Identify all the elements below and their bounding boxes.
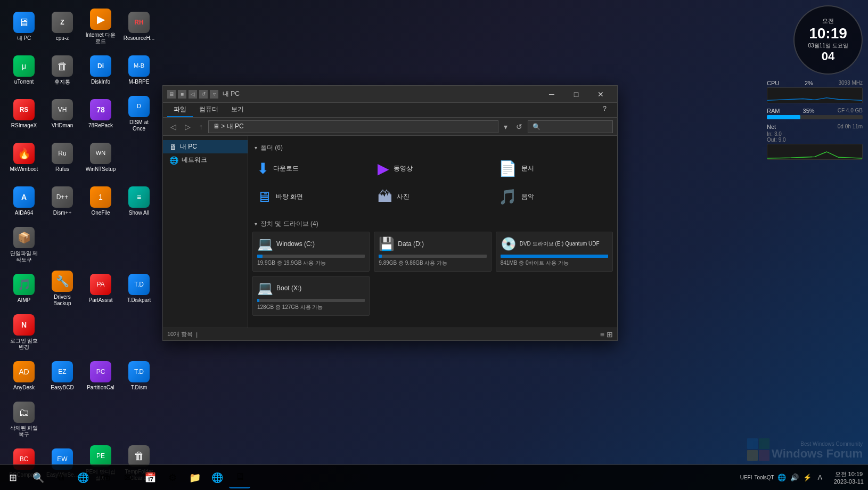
minimize-button[interactable]: ─ (539, 86, 564, 103)
taskbar-clock[interactable]: 오전 10:19 2023-03-11 (830, 470, 868, 485)
desktop-icon-dismpp[interactable]: D++ Dism++ (44, 180, 81, 223)
view-toggle-grid[interactable]: ⊞ (607, 330, 613, 339)
tray-keyboard[interactable]: A (815, 472, 825, 483)
view-toggle-list[interactable]: ≡ (600, 330, 604, 339)
ram-row: RAM 35% CF 4.0 GB (767, 108, 863, 119)
folder-video[interactable]: ▶ 동영상 (373, 156, 492, 182)
drive-x-header: 💻 Boot (X:) (257, 281, 365, 296)
drive-d[interactable]: 💾 Data (D:) 9.89GB 중 9.86GB 사용 가능 (374, 232, 491, 272)
nav-forward[interactable]: ▷ (182, 121, 194, 132)
loginpw-label: 로그인 암호 변경 (7, 338, 40, 350)
taskbar-settings[interactable]: ⚙ (162, 467, 183, 488)
desktop-icon-utorrent[interactable]: μ uTorrent (5, 49, 43, 92)
desktop-icon-easybcd[interactable]: EZ EasyBCD (44, 355, 81, 397)
nav-up[interactable]: ↑ (196, 121, 206, 132)
desktop-icon-78repack[interactable]: 78 78RePack (82, 93, 119, 135)
drive-d-icon: 💾 (379, 236, 395, 251)
desktop-icon-loginpw[interactable]: N 로그인 암호 변경 (5, 311, 43, 354)
nav-back[interactable]: ◁ (167, 121, 179, 132)
desktop-icon-dism[interactable]: D DISM at Once (120, 93, 158, 135)
sidebar-item-network[interactable]: 🌐 네트워크 (163, 153, 248, 167)
taskbar-search[interactable]: 🔍 (28, 467, 49, 488)
desktop-icon-driversbackup[interactable]: 🔧 Drivers Backup (44, 267, 81, 310)
desktop-icon-anydesk[interactable]: AD AnyDesk (5, 355, 43, 397)
desktop-icon-partitioncal[interactable]: PC PartitionCal (82, 355, 119, 397)
start-button[interactable]: ⊞ (0, 465, 26, 491)
taskbar-store[interactable]: 🛍 (95, 467, 116, 488)
cpuz-icon: Z (52, 12, 73, 33)
ribbon-tab-view[interactable]: 보기 (225, 103, 250, 117)
tile-3 (747, 450, 758, 461)
drives-header-text: 장치 및 드라이브 (4) (260, 219, 318, 228)
desktop-icon-showall[interactable]: ≡ Show All (120, 180, 158, 223)
desktop-icon-internet[interactable]: ▶ Internet 다운로드 (82, 5, 119, 48)
taskbar-mail[interactable]: ✉ (117, 467, 138, 488)
78repack-label: 78RePack (88, 123, 113, 129)
folder-photos[interactable]: 🏔 사진 (373, 184, 492, 210)
file-explorer-title: 내 PC (223, 89, 539, 99)
ribbon-tab-file[interactable]: 파일 (167, 103, 193, 117)
folder-desktop[interactable]: 🖥 바탕 화면 (252, 184, 371, 210)
nav-dropdown[interactable]: ▾ (501, 121, 511, 132)
ram-bar (767, 115, 800, 119)
taskbar-chrome[interactable]: 🌐 (207, 467, 228, 488)
ribbon: 파일 컴퓨터 보기 ? (163, 103, 617, 118)
taskbar-fileexplorer[interactable]: 📁 (184, 467, 206, 488)
desktop-icon-onefile[interactable]: 1 OneFile (82, 180, 119, 223)
nav-refresh[interactable]: ↺ (513, 121, 526, 132)
sidebar-network-label: 네트워크 (182, 156, 207, 165)
drive-e-header: 💿 DVD 드라이브 (E:) Quantum UDF (501, 236, 608, 251)
ribbon-tab-computer[interactable]: 컴퓨터 (193, 103, 225, 117)
desktop-icon-rufus[interactable]: Ru Rufus (44, 136, 81, 179)
ribbon-tabs: 파일 컴퓨터 보기 ? (163, 103, 617, 117)
drive-x[interactable]: 💻 Boot (X:) 128GB 중 127GB 사용 가능 (252, 276, 370, 316)
desktop-icon-rsimagex[interactable]: RS RSImageX (5, 93, 43, 135)
desktop-icon-tdiskpart[interactable]: T.D T.Diskpart (120, 267, 158, 310)
tile-4 (759, 450, 769, 461)
drive-c[interactable]: 💻 Windows (C:) 19.9GB 중 19.9GB 사용 가능 (252, 232, 370, 272)
address-bar[interactable]: 🖥 > 내 PC (208, 120, 498, 133)
desktop-icon-tdism[interactable]: T.D T.Dism (120, 355, 158, 397)
tray-volume[interactable]: 🔊 (789, 472, 800, 483)
partassist-label: PartAssist (88, 297, 112, 304)
desktop-icon-mbrpe[interactable]: M-B M-BRPE (120, 49, 158, 92)
desktop-icon-partassist[interactable]: PA PartAssist (82, 267, 119, 310)
dism-label: DISM at Once (122, 119, 155, 132)
desktop-icon-mkwimboot[interactable]: 🔥 MkWimboot (5, 136, 43, 179)
desktop-icon-danilpail[interactable]: 📦 단일파일 제작도구 (5, 224, 43, 266)
maximize-button[interactable]: □ (564, 86, 588, 103)
desktop-icon-cpuz[interactable]: Z cpu-z (44, 5, 81, 48)
taskbar-active-fe[interactable]: 🖥 (229, 467, 250, 488)
drive-e[interactable]: 💿 DVD 드라이브 (E:) Quantum UDF 841MB 중 0바이트… (496, 232, 613, 272)
aimp-icon: 🎵 (13, 274, 35, 295)
desktop-icon-mypc[interactable]: 🖥 내 PC (5, 5, 43, 48)
taskbar-calendar[interactable]: 📅 (140, 467, 161, 488)
desktop-icon-aimp[interactable]: 🎵 AIMP (5, 267, 43, 310)
tray-power[interactable]: ⚡ (802, 472, 813, 483)
desktop-icon-diskinfo[interactable]: Di DiskInfo (82, 49, 119, 92)
resourceh-icon: RH (128, 12, 150, 33)
folder-document[interactable]: 📄 문서 (494, 156, 613, 182)
desktop-icon-vhdman[interactable]: VH VHDman (44, 93, 81, 135)
desktop-icon-deletedfile[interactable]: 🗂 삭제된 파일 복구 (5, 398, 43, 441)
drives-section-header[interactable]: 장치 및 드라이브 (4) (252, 216, 613, 232)
ribbon-help[interactable]: ? (596, 103, 613, 117)
taskbar-taskview[interactable]: ⧉ (50, 467, 71, 488)
tile-1 (747, 438, 758, 449)
desktop-icon-aida64[interactable]: A AIDA64 (5, 180, 43, 223)
desktop-icon-trash[interactable]: 🗑 휴지통 (44, 49, 81, 92)
net-time: 0d 0h 11m (838, 124, 863, 130)
rufus-icon: Ru (52, 143, 73, 164)
search-bar[interactable]: 🔍 (528, 120, 613, 133)
folder-download[interactable]: ⬇ 다운로드 (252, 156, 371, 182)
folder-music[interactable]: 🎵 음악 (494, 184, 613, 210)
desktop-icon-winntsetup[interactable]: WN WinNTSetup (82, 136, 119, 179)
tray-network[interactable]: 🌐 (776, 472, 787, 483)
taskbar-edge[interactable]: 🌐 (72, 467, 94, 488)
vhdman-label: VHDman (52, 123, 73, 129)
desktop-icon-resourceh[interactable]: RH ResourceH... (120, 5, 158, 48)
folders-section-header[interactable]: 폴더 (6) (252, 140, 613, 156)
close-button[interactable]: ✕ (588, 86, 613, 103)
sidebar-item-mypc[interactable]: 🖥 내 PC (163, 140, 248, 153)
drive-e-bar (501, 255, 608, 258)
